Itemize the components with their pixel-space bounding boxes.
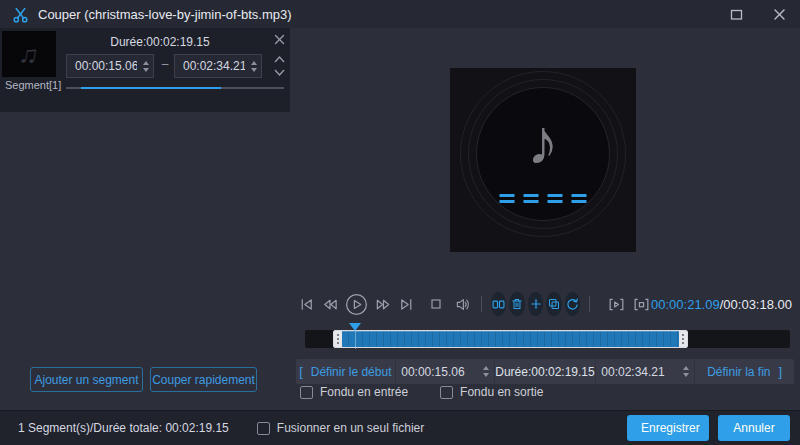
range-separator: – (159, 57, 171, 71)
save-button[interactable]: Enregistrer (627, 415, 709, 441)
play-icon[interactable] (345, 293, 368, 316)
total-time: 00:03:18.00 (723, 297, 792, 312)
equalizer-bars (500, 194, 587, 203)
fade-out-checkbox-box[interactable] (440, 386, 453, 399)
segment-end-stepper[interactable] (251, 55, 257, 77)
rewind-icon[interactable] (321, 296, 339, 313)
stop-icon[interactable] (428, 296, 444, 312)
segment-end-input[interactable] (174, 54, 262, 78)
trim-start-input[interactable]: 00:00:15.06 (395, 359, 495, 384)
play-selection-icon[interactable] (607, 296, 626, 313)
segment-label: Segment[1] (5, 79, 61, 91)
add-icon[interactable] (528, 292, 544, 316)
stop-selection-icon[interactable] (632, 296, 651, 313)
preview-panel: ♪ (290, 28, 800, 410)
skip-end-icon[interactable] (398, 296, 415, 313)
music-note-icon: ♪ (527, 105, 559, 179)
copy-icon[interactable] (546, 292, 562, 316)
titlebar: Couper (christmas-love-by-jimin-of-bts.m… (0, 0, 800, 28)
fast-forward-icon[interactable] (374, 296, 392, 313)
split-icon[interactable] (491, 292, 507, 316)
reset-icon[interactable] (565, 292, 581, 316)
segment-start-stepper[interactable] (143, 55, 149, 77)
remove-segment-icon[interactable] (274, 34, 285, 45)
clip-selection[interactable] (333, 330, 688, 348)
time-display: 00:00:21.09/00:03:18.00 (651, 297, 792, 312)
fade-in-checkbox[interactable]: Fondu en entrée (300, 385, 408, 399)
status-bar: 1 Segment(s)/Durée totale: 00:02:19.15 F… (0, 410, 800, 445)
segment-duration-label: Durée:00:02:19.15 (60, 35, 260, 49)
scissors-icon (12, 6, 29, 23)
move-down-icon[interactable] (273, 68, 286, 77)
trim-start-handle[interactable] (334, 331, 342, 347)
merge-checkbox[interactable]: Fusionner en un seul fichier (257, 421, 424, 435)
segment-item[interactable]: ♫ Segment[1] Durée:00:02:19.15 – (0, 28, 290, 112)
segment-end-value[interactable] (175, 55, 261, 77)
close-button[interactable] (773, 8, 786, 21)
set-end-button[interactable]: Définir la fin ] (707, 364, 782, 379)
trim-end-stepper[interactable] (683, 362, 689, 382)
album-art: ♪ (450, 68, 636, 252)
set-start-button[interactable]: [ Définir le début (299, 364, 391, 379)
add-segment-button[interactable]: Ajouter un segment (30, 367, 143, 392)
trim-end-handle[interactable] (679, 331, 687, 347)
volume-icon[interactable] (454, 296, 472, 313)
fade-out-checkbox[interactable]: Fondu en sortie (440, 385, 543, 399)
skip-start-icon[interactable] (298, 296, 315, 313)
segment-range-fill (81, 87, 221, 89)
player-controls: 00:00:21.09/00:03:18.00 (298, 290, 792, 318)
window-title: Couper (christmas-love-by-jimin-of-bts.m… (38, 7, 292, 22)
timeline-track[interactable] (305, 330, 790, 348)
segment-start-input[interactable] (66, 54, 154, 78)
move-up-icon[interactable] (273, 55, 286, 64)
maximize-button[interactable] (730, 8, 743, 21)
divider (481, 296, 482, 312)
trim-start-stepper[interactable] (483, 362, 489, 382)
divider (589, 296, 590, 312)
merge-checkbox-box[interactable] (257, 422, 270, 435)
trim-end-value[interactable]: 00:02:34.21 (601, 365, 664, 379)
segment-start-value[interactable] (67, 55, 153, 77)
cut-dialog-window: Couper (christmas-love-by-jimin-of-bts.m… (0, 0, 800, 445)
fade-options: Fondu en entrée Fondu en sortie (300, 385, 543, 399)
current-time: 00:00:21.09 (651, 297, 720, 312)
music-notes-thumbnail: ♫ (2, 31, 56, 77)
delete-icon[interactable] (509, 292, 525, 316)
trim-end-input[interactable]: 00:02:34.21 (595, 359, 695, 384)
segment-list-panel: ♫ Segment[1] Durée:00:02:19.15 – (0, 28, 290, 410)
segment-range-bar (66, 87, 284, 89)
segment-summary: 1 Segment(s)/Durée totale: 00:02:19.15 (18, 421, 229, 435)
trim-bar: [ Définir le début 00:00:15.06 Durée:00:… (296, 359, 794, 384)
trim-start-value[interactable]: 00:00:15.06 (401, 365, 464, 379)
fade-in-checkbox-box[interactable] (300, 386, 313, 399)
playhead-marker[interactable] (349, 323, 362, 349)
cancel-button[interactable]: Annuler (718, 415, 790, 441)
trim-duration-label: Durée:00:02:19.15 (495, 365, 594, 379)
quick-cut-button[interactable]: Couper rapidement (150, 367, 257, 392)
